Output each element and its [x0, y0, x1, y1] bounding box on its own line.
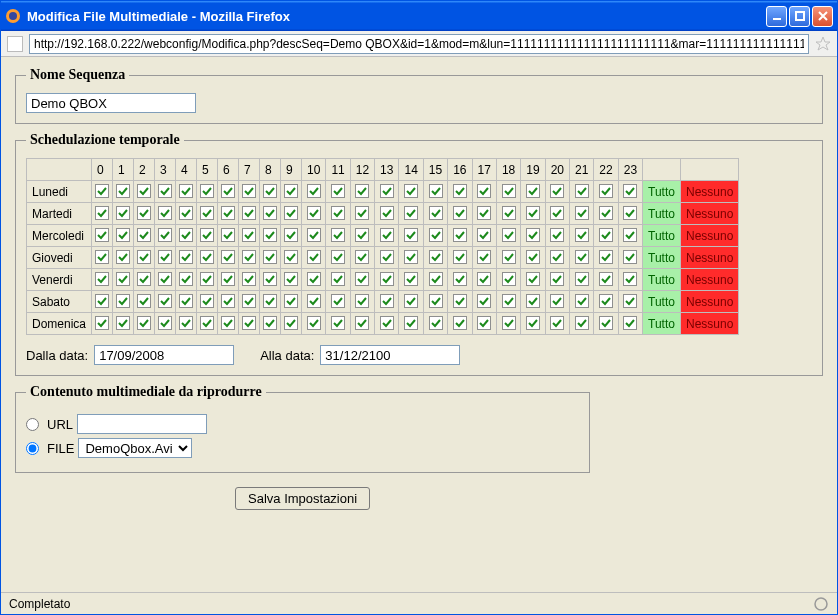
- schedule-checkbox[interactable]: [116, 294, 130, 308]
- schedule-select-none-button[interactable]: Nessuno: [680, 313, 738, 335]
- schedule-checkbox[interactable]: [331, 206, 345, 220]
- schedule-checkbox[interactable]: [502, 272, 516, 286]
- schedule-checkbox[interactable]: [116, 272, 130, 286]
- schedule-checkbox[interactable]: [284, 294, 298, 308]
- schedule-select-all-button[interactable]: Tutto: [643, 313, 681, 335]
- schedule-checkbox[interactable]: [429, 228, 443, 242]
- schedule-checkbox[interactable]: [158, 316, 172, 330]
- schedule-checkbox[interactable]: [284, 206, 298, 220]
- schedule-checkbox[interactable]: [404, 272, 418, 286]
- schedule-checkbox[interactable]: [242, 206, 256, 220]
- schedule-select-none-button[interactable]: Nessuno: [680, 291, 738, 313]
- schedule-checkbox[interactable]: [599, 206, 613, 220]
- schedule-checkbox[interactable]: [477, 272, 491, 286]
- schedule-checkbox[interactable]: [404, 228, 418, 242]
- schedule-checkbox[interactable]: [307, 272, 321, 286]
- schedule-checkbox[interactable]: [453, 250, 467, 264]
- schedule-checkbox[interactable]: [158, 184, 172, 198]
- schedule-checkbox[interactable]: [502, 206, 516, 220]
- schedule-checkbox[interactable]: [263, 206, 277, 220]
- schedule-checkbox[interactable]: [477, 250, 491, 264]
- schedule-checkbox[interactable]: [599, 228, 613, 242]
- schedule-checkbox[interactable]: [137, 294, 151, 308]
- schedule-checkbox[interactable]: [575, 250, 589, 264]
- maximize-button[interactable]: [789, 6, 810, 27]
- media-file-select[interactable]: DemoQbox.Avi: [78, 438, 192, 458]
- schedule-checkbox[interactable]: [331, 250, 345, 264]
- schedule-checkbox[interactable]: [502, 184, 516, 198]
- schedule-checkbox[interactable]: [179, 294, 193, 308]
- schedule-checkbox[interactable]: [242, 250, 256, 264]
- schedule-checkbox[interactable]: [404, 316, 418, 330]
- schedule-checkbox[interactable]: [502, 316, 516, 330]
- schedule-checkbox[interactable]: [221, 184, 235, 198]
- schedule-checkbox[interactable]: [137, 228, 151, 242]
- schedule-checkbox[interactable]: [242, 184, 256, 198]
- schedule-checkbox[interactable]: [355, 294, 369, 308]
- schedule-select-none-button[interactable]: Nessuno: [680, 247, 738, 269]
- schedule-checkbox[interactable]: [284, 184, 298, 198]
- schedule-checkbox[interactable]: [221, 294, 235, 308]
- schedule-select-all-button[interactable]: Tutto: [643, 225, 681, 247]
- schedule-checkbox[interactable]: [380, 316, 394, 330]
- schedule-checkbox[interactable]: [284, 316, 298, 330]
- schedule-checkbox[interactable]: [526, 316, 540, 330]
- schedule-checkbox[interactable]: [307, 228, 321, 242]
- schedule-checkbox[interactable]: [355, 184, 369, 198]
- schedule-checkbox[interactable]: [355, 316, 369, 330]
- schedule-checkbox[interactable]: [599, 272, 613, 286]
- schedule-checkbox[interactable]: [179, 206, 193, 220]
- media-url-radio[interactable]: [26, 418, 39, 431]
- schedule-checkbox[interactable]: [158, 206, 172, 220]
- schedule-checkbox[interactable]: [116, 316, 130, 330]
- schedule-checkbox[interactable]: [380, 294, 394, 308]
- schedule-select-none-button[interactable]: Nessuno: [680, 269, 738, 291]
- schedule-checkbox[interactable]: [307, 294, 321, 308]
- schedule-checkbox[interactable]: [95, 228, 109, 242]
- schedule-checkbox[interactable]: [307, 250, 321, 264]
- schedule-checkbox[interactable]: [550, 294, 564, 308]
- schedule-checkbox[interactable]: [158, 272, 172, 286]
- schedule-checkbox[interactable]: [95, 184, 109, 198]
- schedule-checkbox[interactable]: [429, 294, 443, 308]
- to-date-input[interactable]: [320, 345, 460, 365]
- schedule-checkbox[interactable]: [242, 228, 256, 242]
- schedule-checkbox[interactable]: [95, 294, 109, 308]
- schedule-checkbox[interactable]: [355, 228, 369, 242]
- address-input[interactable]: [29, 34, 809, 54]
- from-date-input[interactable]: [94, 345, 234, 365]
- schedule-checkbox[interactable]: [429, 184, 443, 198]
- schedule-checkbox[interactable]: [526, 250, 540, 264]
- schedule-checkbox[interactable]: [453, 228, 467, 242]
- schedule-checkbox[interactable]: [526, 228, 540, 242]
- schedule-checkbox[interactable]: [477, 294, 491, 308]
- schedule-checkbox[interactable]: [502, 228, 516, 242]
- schedule-select-none-button[interactable]: Nessuno: [680, 203, 738, 225]
- schedule-checkbox[interactable]: [158, 228, 172, 242]
- schedule-checkbox[interactable]: [380, 206, 394, 220]
- schedule-checkbox[interactable]: [526, 184, 540, 198]
- schedule-checkbox[interactable]: [477, 228, 491, 242]
- schedule-checkbox[interactable]: [575, 184, 589, 198]
- schedule-checkbox[interactable]: [623, 250, 637, 264]
- schedule-checkbox[interactable]: [307, 184, 321, 198]
- schedule-checkbox[interactable]: [137, 206, 151, 220]
- schedule-checkbox[interactable]: [179, 250, 193, 264]
- schedule-checkbox[interactable]: [116, 184, 130, 198]
- schedule-checkbox[interactable]: [599, 294, 613, 308]
- schedule-select-all-button[interactable]: Tutto: [643, 291, 681, 313]
- schedule-checkbox[interactable]: [331, 316, 345, 330]
- schedule-select-all-button[interactable]: Tutto: [643, 247, 681, 269]
- schedule-checkbox[interactable]: [575, 206, 589, 220]
- schedule-checkbox[interactable]: [550, 272, 564, 286]
- schedule-checkbox[interactable]: [404, 294, 418, 308]
- schedule-checkbox[interactable]: [137, 316, 151, 330]
- schedule-checkbox[interactable]: [116, 206, 130, 220]
- schedule-checkbox[interactable]: [116, 228, 130, 242]
- schedule-checkbox[interactable]: [331, 294, 345, 308]
- schedule-checkbox[interactable]: [221, 316, 235, 330]
- schedule-checkbox[interactable]: [158, 294, 172, 308]
- schedule-checkbox[interactable]: [137, 272, 151, 286]
- schedule-select-none-button[interactable]: Nessuno: [680, 181, 738, 203]
- schedule-checkbox[interactable]: [550, 228, 564, 242]
